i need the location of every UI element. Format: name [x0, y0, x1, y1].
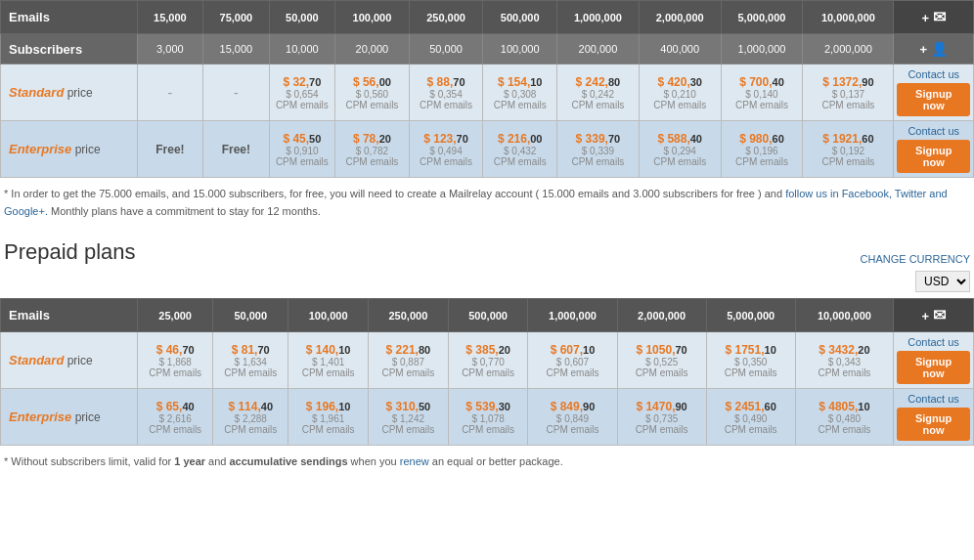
monthly-ent-p3: $ 123,70 $ 0,494 CPM emails [409, 121, 483, 178]
monthly-std-p2: $ 56,00 $ 0,560 CPM emails [335, 65, 410, 121]
prepaid-std-p6: $ 607,10 $ 0,607 CPM emails [528, 332, 617, 389]
price-text-ent: price [75, 143, 101, 156]
email-plus-col: + ✉ [894, 1, 974, 34]
prepaid-email-col-5: 500,000 [448, 299, 528, 332]
prepaid-ent-p9: $ 4805,10 $ 0,480 CPM emails [795, 389, 893, 446]
monthly-std-p7: $ 700,40 $ 0,140 CPM emails [721, 65, 803, 121]
monthly-std-p4: $ 154,10 $ 0,308 CPM emails [483, 65, 557, 121]
subscribers-row: Subscribers 3,000 15,000 10,000 20,000 5… [1, 34, 974, 65]
prepaid-ent-p4: $ 310,50 $ 1,242 CPM emails [369, 389, 449, 446]
prepaid-email-col-4: 250,000 [369, 299, 449, 332]
sub-col-5: 50,000 [409, 34, 483, 65]
monthly-table: Emails 15,000 75,000 50,000 100,000 250,… [0, 0, 974, 178]
currency-select[interactable]: USD EUR GBP [915, 271, 970, 292]
prepaid-note: * Without subscribers limit, valid for 1… [0, 446, 974, 479]
prepaid-emails-label: Emails [1, 299, 138, 332]
email-col-3: 50,000 [269, 1, 334, 34]
plus-icon-sub: + [920, 42, 928, 57]
prepaid-email-col-9: 10,000,000 [795, 299, 893, 332]
prepaid-note-star: * Without subscribers limit, valid for [4, 455, 174, 467]
emails-label: Emails [1, 1, 138, 34]
prepaid-price-text: price [67, 354, 93, 367]
monthly-ent-p4: $ 216,00 $ 0,432 CPM emails [483, 121, 557, 178]
monthly-ent-p7: $ 980,60 $ 0,196 CPM emails [721, 121, 803, 178]
monthly-ent-p6: $ 588,40 $ 0,294 CPM emails [639, 121, 721, 178]
monthly-std-contact-link[interactable]: Contact us [897, 68, 970, 80]
email-col-5: 250,000 [409, 1, 483, 34]
change-currency-link[interactable]: CHANGE CURRENCY [861, 253, 970, 265]
sub-col-3: 10,000 [269, 34, 334, 65]
sub-col-10: 2,000,000 [803, 34, 894, 65]
monthly-ent-signup-button[interactable]: Signupnow [897, 140, 970, 173]
sub-col-6: 100,000 [483, 34, 557, 65]
sub-col-8: 400,000 [639, 34, 721, 65]
prepaid-enterprise-label: Enterprise price [1, 389, 138, 446]
prepaid-price-text-ent: price [75, 410, 101, 424]
prepaid-ent-action: Contact us Signupnow [894, 389, 974, 446]
prepaid-ent-p6: $ 849,90 $ 0,849 CPM emails [528, 389, 617, 446]
prepaid-ent-contact-link[interactable]: Contact us [897, 393, 970, 405]
prepaid-ent-p5: $ 539,30 $ 1,078 CPM emails [448, 389, 528, 446]
prepaid-enterprise-text: Enterprise [9, 409, 71, 424]
prepaid-header: Prepaid plans CHANGE CURRENCY [0, 228, 974, 269]
prepaid-note-renew-link[interactable]: renew [400, 455, 429, 467]
prepaid-enterprise-row: Enterprise price $ 65,40 $ 2,616 CPM ema… [1, 389, 974, 446]
prepaid-note-year: 1 year [174, 455, 205, 467]
prepaid-std-contact-link[interactable]: Contact us [897, 336, 970, 348]
prepaid-email-plus: + ✉ [894, 299, 974, 332]
prepaid-email-col-8: 5,000,000 [706, 299, 795, 332]
monthly-std-signup-button[interactable]: Signupnow [897, 83, 970, 116]
price-text: price [67, 86, 93, 100]
email-col-7: 1,000,000 [557, 1, 640, 34]
person-icon: 👤 [931, 41, 948, 57]
prepaid-note-accum: accumulative sendings [230, 455, 348, 467]
monthly-ent-contact-link[interactable]: Contact us [897, 125, 970, 137]
prepaid-std-signup-button[interactable]: Signupnow [897, 351, 970, 384]
emails-header-row: Emails 15,000 75,000 50,000 100,000 250,… [1, 1, 974, 34]
prepaid-ent-p1: $ 65,40 $ 2,616 CPM emails [138, 389, 213, 446]
monthly-ent-p1: $ 45,50 $ 0,910 CPM emails [269, 121, 334, 178]
prepaid-standard-label: Standard price [1, 332, 138, 389]
prepaid-email-col-3: 100,000 [288, 299, 369, 332]
subscribers-label: Subscribers [1, 34, 138, 65]
prepaid-std-p2: $ 81,70 $ 1,634 CPM emails [213, 332, 288, 389]
envelope-icon-prepaid: ✉ [933, 307, 946, 323]
email-col-6: 500,000 [483, 1, 557, 34]
monthly-ent-p8: $ 1921,60 $ 0,192 CPM emails [803, 121, 894, 178]
sub-col-9: 1,000,000 [721, 34, 803, 65]
pricing-page: Emails 15,000 75,000 50,000 100,000 250,… [0, 0, 974, 479]
prepaid-email-col-7: 2,000,000 [617, 299, 706, 332]
sub-col-2: 15,000 [203, 34, 269, 65]
email-col-1: 15,000 [137, 1, 202, 34]
prepaid-email-col-6: 1,000,000 [528, 299, 617, 332]
monthly-enterprise-row: Enterprise price Free! Free! $ 45,50 $ 0… [1, 121, 974, 178]
monthly-standard-row: Standard price - - $ 32,70 $ 0,654 CPM e… [1, 65, 974, 121]
email-col-8: 2,000,000 [639, 1, 721, 34]
monthly-ent-p5: $ 339,70 $ 0,339 CPM emails [557, 121, 640, 178]
prepaid-email-col-1: 25,000 [138, 299, 213, 332]
prepaid-ent-signup-button[interactable]: Signupnow [897, 408, 970, 441]
prepaid-standard-row: Standard price $ 46,70 $ 1,868 CPM email… [1, 332, 974, 389]
prepaid-emails-header: Emails 25,000 50,000 100,000 250,000 500… [1, 299, 974, 332]
prepaid-std-p7: $ 1050,70 $ 0,525 CPM emails [617, 332, 706, 389]
monthly-ent-free2: Free! [203, 121, 269, 178]
sub-col-4: 20,000 [335, 34, 410, 65]
prepaid-std-p5: $ 385,20 $ 0,770 CPM emails [448, 332, 528, 389]
prepaid-title: Prepaid plans [4, 239, 136, 265]
prepaid-ent-p2: $ 114,40 $ 2,288 CPM emails [213, 389, 288, 446]
currency-selector-row: USD EUR GBP [0, 269, 974, 298]
monthly-std-p6: $ 420,30 $ 0,210 CPM emails [639, 65, 721, 121]
monthly-std-dash1: - [137, 65, 202, 121]
prepaid-email-col-2: 50,000 [213, 299, 288, 332]
monthly-note: * In order to get the 75.000 emails, and… [0, 178, 974, 228]
prepaid-note-final: an equal or better package. [429, 455, 563, 467]
email-col-9: 5,000,000 [721, 1, 803, 34]
plus-icon: + [922, 11, 930, 25]
monthly-note-end: Monthly plans have a commitment to stay … [48, 205, 321, 217]
monthly-std-action: Contact us Signupnow [894, 65, 974, 121]
sub-plus-col: + 👤 [894, 34, 974, 65]
monthly-standard-label: Standard price [1, 65, 138, 121]
sub-col-7: 200,000 [557, 34, 640, 65]
monthly-std-p8: $ 1372,90 $ 0,137 CPM emails [803, 65, 894, 121]
prepaid-std-p1: $ 46,70 $ 1,868 CPM emails [138, 332, 213, 389]
